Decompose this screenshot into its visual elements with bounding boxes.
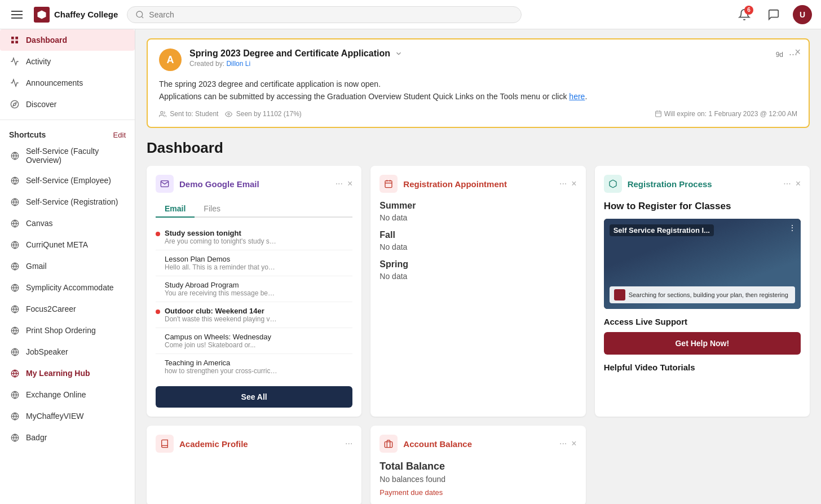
email-tab-files[interactable]: Files xyxy=(195,201,229,218)
sidebar-item-my-learning-hub[interactable]: My Learning Hub xyxy=(0,362,135,384)
email-tab-email[interactable]: Email xyxy=(156,201,195,218)
time-ago: 9d xyxy=(776,51,783,59)
reg-summer-section: Summer No data xyxy=(379,201,576,222)
reg-close-button[interactable]: × xyxy=(571,179,576,189)
globe-icon xyxy=(9,410,20,422)
main-layout: Dashboard Activity Announcements Discove… xyxy=(0,29,821,504)
email-close-button[interactable]: × xyxy=(347,179,352,189)
globe-icon xyxy=(9,389,20,400)
email-preview: how to strengthen your cross-curricular … xyxy=(165,367,277,375)
sidebar-item-gmail[interactable]: Gmail xyxy=(0,255,135,277)
email-widget-actions: ··· × xyxy=(336,179,353,189)
account-balance-icon xyxy=(379,435,398,453)
reg-process-close-button[interactable]: × xyxy=(796,179,801,189)
email-item[interactable]: Outdoor club: Weekend 14er Don't waste t… xyxy=(156,302,352,328)
chevron-down-icon[interactable] xyxy=(395,50,403,58)
announcement-footer: Sent to: Student Seen by 11102 (17%) Wil… xyxy=(159,110,797,118)
sidebar-item-exchange-online[interactable]: Exchange Online xyxy=(0,384,135,405)
sidebar-item-badgr[interactable]: Badgr xyxy=(0,427,135,448)
payment-due-link[interactable]: Payment due dates xyxy=(379,488,576,497)
sidebar-item-symplicity[interactable]: Symplicity Accommodate xyxy=(0,277,135,298)
email-item[interactable]: Lesson Plan Demos Hello all. This is a r… xyxy=(156,250,352,276)
account-balance-widget: Account Balance ··· × Total Balance No b… xyxy=(370,426,585,504)
mail-icon xyxy=(160,179,169,188)
sidebar-item-self-service-faculty[interactable]: Self-Service (Faculty Overview) xyxy=(0,142,135,170)
academic-more-button[interactable]: ··· xyxy=(345,439,352,449)
sidebar-label: JobSpeaker xyxy=(26,347,68,356)
dashboard-title: Dashboard xyxy=(147,139,810,157)
widget-grid: Demo Google Email ··· × Email Files xyxy=(147,166,810,504)
sidebar-label: Gmail xyxy=(26,262,47,271)
see-all-button[interactable]: See All xyxy=(156,386,352,408)
svg-rect-46 xyxy=(385,442,392,448)
notification-badge: 6 xyxy=(744,6,753,15)
sidebar-item-mychaffeyview[interactable]: MyChaffeyVIEW xyxy=(0,405,135,427)
sidebar-item-curriqunet[interactable]: CurriQunet META xyxy=(0,234,135,255)
menu-icon[interactable] xyxy=(9,8,25,21)
email-title-row: Demo Google Email xyxy=(156,175,259,193)
email-item[interactable]: Campus on Wheels: Wednesday Come join us… xyxy=(156,328,352,354)
created-by-label: Created by: xyxy=(189,60,224,68)
balance-more-button[interactable]: ··· xyxy=(559,439,567,449)
balance-no-data: No balances found xyxy=(379,475,576,484)
avatar[interactable]: U xyxy=(793,5,812,24)
messages-button[interactable] xyxy=(763,5,784,25)
get-help-button[interactable]: Get Help Now! xyxy=(604,332,801,355)
svg-point-0 xyxy=(136,11,143,17)
sidebar-item-canvas[interactable]: Canvas xyxy=(0,213,135,234)
globe-icon xyxy=(9,282,20,293)
sidebar-item-announcements[interactable]: Announcements xyxy=(0,72,135,94)
shortcuts-header: Shortcuts Edit xyxy=(0,125,135,142)
sidebar-item-self-service-registration[interactable]: Self-Service (Registration) xyxy=(0,191,135,213)
account-balance-title: Account Balance xyxy=(403,439,472,449)
video-inner: Self Service Registration I... ⋮ Searchi… xyxy=(604,219,801,309)
wallet-icon xyxy=(384,439,393,448)
sidebar-item-discover[interactable]: Discover xyxy=(0,94,135,115)
reg-fall-data: No data xyxy=(379,242,576,251)
sidebar-label: Print Shop Ordering xyxy=(26,326,96,335)
video-label: Self Service Registration I... xyxy=(610,224,714,236)
email-item[interactable]: Study session tonight Are you coming to … xyxy=(156,224,352,250)
reg-process-more-button[interactable]: ··· xyxy=(783,179,791,189)
search-input[interactable] xyxy=(149,10,513,19)
announcements-icon xyxy=(9,77,20,89)
search-bar[interactable] xyxy=(127,6,522,23)
balance-close-button[interactable]: × xyxy=(571,439,576,449)
created-by-link[interactable]: Dillon Li xyxy=(226,60,250,68)
video-thumbnail[interactable]: Self Service Registration I... ⋮ Searchi… xyxy=(604,219,801,309)
eye-icon xyxy=(225,110,232,118)
video-options[interactable]: ⋮ xyxy=(788,223,796,232)
email-item[interactable]: Study Abroad Program You are receiving t… xyxy=(156,276,352,302)
account-balance-header: Account Balance ··· × xyxy=(379,435,576,453)
sidebar-item-print-shop[interactable]: Print Shop Ordering xyxy=(0,320,135,341)
sidebar-label: Self-Service (Faculty Overview) xyxy=(26,147,126,165)
shortcuts-edit-button[interactable]: Edit xyxy=(113,131,126,139)
announcement-link[interactable]: here xyxy=(569,92,585,101)
sidebar-item-jobspeaker[interactable]: JobSpeaker xyxy=(0,341,135,362)
email-content: Outdoor club: Weekend 14er Don't waste t… xyxy=(165,307,352,323)
notifications-button[interactable]: 6 xyxy=(734,5,754,25)
calendar-reg-icon xyxy=(384,179,393,188)
academic-profile-icon xyxy=(156,435,174,453)
sidebar-item-my-learning-hub-wrapper: My Learning Hub xyxy=(0,362,135,384)
dashboard-icon xyxy=(9,34,20,46)
reg-appointment-icon xyxy=(379,175,398,193)
email-preview: Are you coming to tonight's study sessio… xyxy=(165,237,277,245)
sidebar-item-dashboard[interactable]: Dashboard xyxy=(0,29,135,51)
announcement-close-button[interactable]: × xyxy=(794,46,801,58)
registration-appointment-widget: Registration Appointment ··· × Summer No… xyxy=(370,166,585,417)
announcement-title-text: Spring 2023 Degree and Certificate Appli… xyxy=(189,48,390,59)
seen-by: Seen by 11102 (17%) xyxy=(225,110,301,118)
email-widget-header: Demo Google Email ··· × xyxy=(156,175,352,193)
sidebar-label: CurriQunet META xyxy=(26,240,88,249)
academic-profile-widget: Academic Profile ··· xyxy=(147,426,361,504)
email-item[interactable]: Teaching in America how to strengthen yo… xyxy=(156,354,352,379)
reg-more-button[interactable]: ··· xyxy=(559,179,567,189)
email-more-button[interactable]: ··· xyxy=(336,179,343,189)
reg-spring-data: No data xyxy=(379,272,576,281)
sidebar-item-activity[interactable]: Activity xyxy=(0,51,135,72)
main-nav-section: Dashboard Activity Announcements Discove… xyxy=(0,29,135,115)
sidebar-item-focus2career[interactable]: Focus2Career xyxy=(0,298,135,320)
announcement-meta: Created by: Dillon Li xyxy=(189,60,768,68)
sidebar-item-self-service-employee[interactable]: Self-Service (Employee) xyxy=(0,170,135,191)
